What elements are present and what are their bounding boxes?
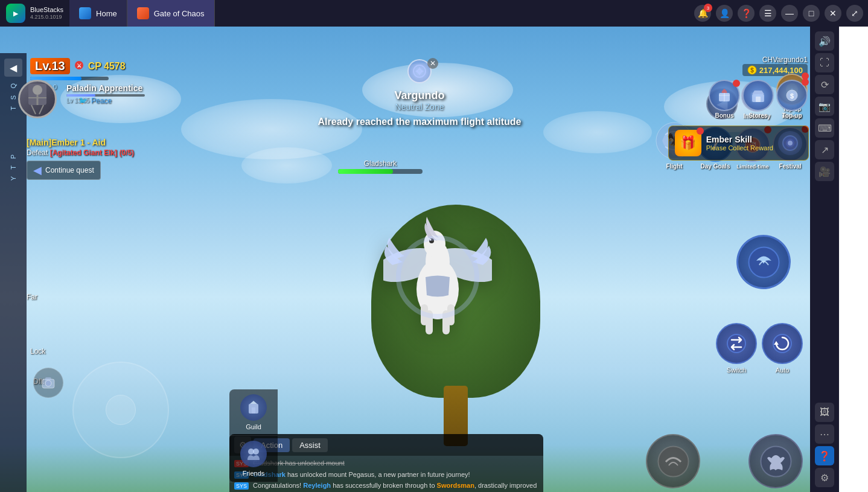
quest-desc: Defeat [Agitated Giant Elk] (0/5) [27,149,134,157]
bs-icon: ▶ [6,4,25,23]
profile-icon[interactable]: 👤 [716,5,733,22]
svg-text:⚔: ⚔ [77,63,81,69]
camera2-icon[interactable]: 🎥 [815,162,834,181]
chat-tab-assist[interactable]: Assist [292,438,328,452]
bluestacks-bar: ▶ BlueStacks 4.215.0.1019 Home Gate of C… [0,0,868,27]
svg-marker-25 [421,69,424,73]
y-label: Y [10,176,17,181]
game-tab[interactable]: Gate of Chaos [127,0,215,27]
pegasus-character [377,196,498,347]
reward-subtitle: Please Collect Reward [706,144,773,152]
svg-marker-59 [250,401,257,404]
notification-icon[interactable]: 🔔3 [694,5,711,22]
bluestacks-version: 4.215.0.1019 [30,14,63,21]
close-icon[interactable]: ✕ [825,5,841,22]
char-class: Paladin Apprentice [66,83,145,93]
friends-btn[interactable]: Friends [229,436,278,482]
svg-marker-24 [415,69,418,73]
chat-msg-1: SYS Gladshark has unlocked mount [234,458,538,468]
media-icon[interactable]: 🖼 [815,403,834,422]
chat-msg-2: SYS Gladshark has unlocked mount Pegasus… [234,470,538,480]
char-nameplate: Paladin Apprentice Lv 13/35 [66,83,145,104]
t2-label: T [10,165,17,170]
p-label: P [10,154,17,159]
minimize-icon[interactable]: — [781,5,798,22]
bluestacks-name: BlueStacks [30,6,63,14]
home-tab[interactable]: Home [69,0,127,27]
svg-line-20 [39,105,43,114]
svg-line-19 [31,105,36,114]
fullscreen-icon[interactable]: ⤢ [846,5,863,22]
continue-quest-btn[interactable]: ◀ Continue quest [27,161,101,180]
s-label: S [10,95,17,100]
share-icon[interactable]: ↗ [815,140,834,159]
maximize-icon[interactable]: □ [803,5,820,22]
guild-label: Guild [246,423,261,430]
quest-title: [Main]Ember 1 - Aid [27,138,134,147]
fullscreen2-icon[interactable]: ⛶ [815,53,834,72]
npc-health-bar: Gladshark [338,159,423,175]
keyboard-icon[interactable]: ⌨ [815,118,834,138]
q-label: Q [10,83,17,89]
char-level: Lv 13/35 [66,97,145,104]
friends-label: Friends [243,470,265,477]
quest-panel: [Main]Ember 1 - Aid Defeat [Agitated Gia… [27,138,134,180]
flight-action-btn[interactable] [736,235,791,289]
right-panel: 🔊 ⛶ ⟳ 📷 ⌨ ↗ 🎥 🖼 ⋯ ❓ ⚙ [810,27,839,492]
avatar-frame[interactable] [18,80,66,128]
chat-msg-3: SYS Congratulations! Reyleigh has succes… [234,481,538,492]
rotate-icon[interactable]: ⟳ [815,75,834,94]
collect-reward-box[interactable]: 🎁 Ember Skill Please Collect Reward [668,126,809,161]
bluestacks-logo: ▶ BlueStacks 4.215.0.1019 [0,4,69,23]
svg-point-16 [33,85,42,95]
social-sidebar: Guild Friends [229,389,278,482]
help2-icon[interactable]: ❓ [815,446,834,465]
more-icon[interactable]: ⋯ [815,424,834,444]
cp-icon: ⚔ [75,61,83,72]
volume-icon[interactable]: 🔊 [815,31,834,51]
close-nav-btn[interactable]: ✕ [427,58,438,69]
guild-btn[interactable]: Guild [229,389,278,436]
t-label: T [10,106,17,110]
collapse-arrow[interactable]: ◀ [4,59,22,77]
reward-icon: 🎁 [675,130,701,156]
svg-point-48 [788,141,793,145]
reward-right-icon [778,131,802,155]
npc-name: Gladshark [338,159,423,168]
svg-rect-60 [252,407,255,414]
help-icon[interactable]: ❓ [738,5,755,22]
reward-title: Ember Skill [706,135,773,144]
cp-value: CP 4578 [88,61,126,72]
screenshot-icon[interactable]: 📷 [815,97,834,116]
level-badge: Lv.13 [30,58,70,74]
svg-point-62 [253,449,259,455]
settings-icon[interactable]: ⚙ [815,468,834,487]
menu-icon[interactable]: ☰ [759,5,776,22]
